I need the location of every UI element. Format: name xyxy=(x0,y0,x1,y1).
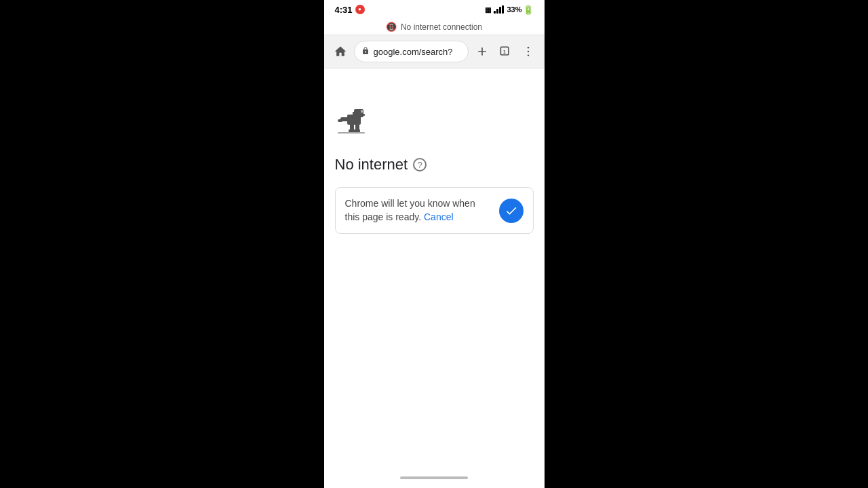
signal-icon xyxy=(494,5,504,14)
dino-icon xyxy=(335,102,372,140)
bottom-handle-area xyxy=(324,468,545,488)
battery-icon: 33% 🔋 xyxy=(507,5,533,15)
notification-message: Chrome will let you know when this page … xyxy=(345,198,475,222)
status-bar: 4:31 ● ▦ 33% 🔋 xyxy=(324,0,545,19)
tab-count-button[interactable]: 1 xyxy=(496,42,515,61)
home-button[interactable] xyxy=(331,42,350,61)
page-content: No internet ? Chrome will let you know w… xyxy=(324,68,545,488)
svg-rect-10 xyxy=(353,112,357,117)
svg-rect-18 xyxy=(338,132,365,134)
bottom-handle xyxy=(400,476,468,479)
offline-text: No internet connection xyxy=(401,22,482,32)
lock-icon xyxy=(361,47,370,56)
dino-container xyxy=(335,102,534,142)
battery-percent: 33% xyxy=(507,5,521,14)
svg-rect-16 xyxy=(349,129,355,132)
svg-point-3 xyxy=(527,51,529,53)
no-internet-heading: No internet xyxy=(335,156,408,174)
status-icons: ▦ 33% 🔋 xyxy=(485,5,533,15)
more-options-button[interactable] xyxy=(519,42,538,61)
cancel-link[interactable]: Cancel xyxy=(424,211,454,222)
svg-point-2 xyxy=(527,47,529,49)
no-internet-row: No internet ? xyxy=(335,156,534,174)
new-tab-button[interactable] xyxy=(473,42,492,61)
browser-chrome: google.com/search? 1 xyxy=(324,35,545,68)
sim-icon: ▦ xyxy=(485,6,491,14)
svg-point-4 xyxy=(527,55,529,57)
url-text: google.com/search? xyxy=(374,47,453,57)
offline-bar: 📵 No internet connection xyxy=(324,19,545,35)
question-mark: ? xyxy=(418,160,422,170)
help-icon-button[interactable]: ? xyxy=(413,158,427,171)
status-left: 4:31 ● xyxy=(335,5,365,15)
check-circle-button[interactable] xyxy=(499,199,524,223)
notification-box: Chrome will let you know when this page … xyxy=(335,187,534,234)
notification-dot: ● xyxy=(355,5,365,14)
wifi-off-icon: 📵 xyxy=(386,22,397,32)
svg-rect-7 xyxy=(361,114,365,116)
phone-frame: 4:31 ● ▦ 33% 🔋 xyxy=(324,0,545,488)
svg-rect-9 xyxy=(361,111,363,113)
status-time: 4:31 xyxy=(335,5,353,15)
svg-rect-12 xyxy=(338,119,342,122)
svg-text:1: 1 xyxy=(502,49,505,55)
notification-text: Chrome will let you know when this page … xyxy=(345,197,492,224)
address-bar[interactable]: google.com/search? xyxy=(354,41,469,62)
svg-rect-17 xyxy=(354,129,360,132)
